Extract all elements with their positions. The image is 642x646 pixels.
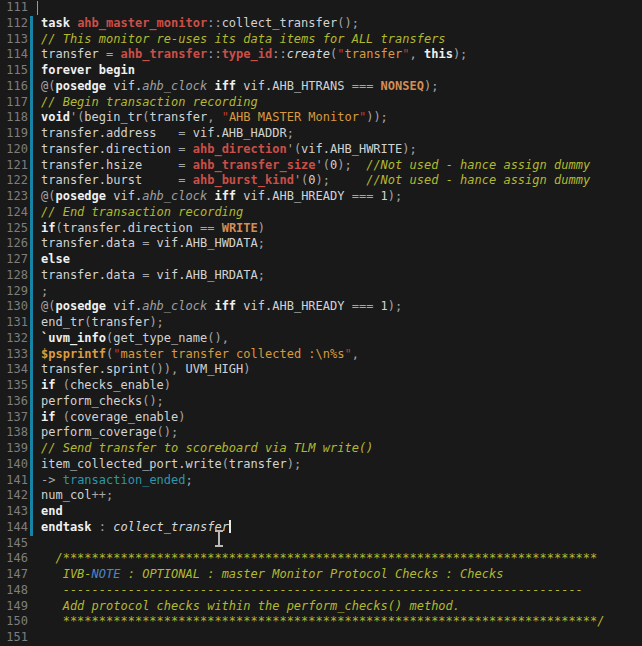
- line-number[interactable]: 150: [0, 614, 28, 630]
- code-line[interactable]: 117// Begin transaction recording: [0, 95, 642, 111]
- code-token: else: [41, 252, 70, 266]
- line-number[interactable]: 138: [0, 425, 28, 441]
- code-line[interactable]: 140item_collected_port.write(transfer);: [0, 457, 642, 473]
- line-number[interactable]: 134: [0, 362, 28, 378]
- line-number[interactable]: 112: [0, 16, 28, 32]
- line-number[interactable]: 151: [0, 630, 28, 646]
- code-token: ::: [207, 16, 221, 30]
- code-line[interactable]: 150 ************************************…: [0, 614, 642, 630]
- line-number[interactable]: 120: [0, 142, 28, 158]
- code-line[interactable]: 138perform_coverage();: [0, 425, 642, 441]
- line-number[interactable]: 133: [0, 347, 28, 363]
- code-line[interactable]: 119transfer.address = vif.AHB_HADDR;: [0, 126, 642, 142]
- code-token: ahb_direction: [193, 142, 287, 156]
- line-number[interactable]: 122: [0, 173, 28, 189]
- code-line[interactable]: 130@(posedge vif.ahb_clock iff vif.AHB_H…: [0, 299, 642, 315]
- line-number[interactable]: 121: [0, 158, 28, 174]
- code-line[interactable]: 112task ahb_master_monitor::collect_tran…: [0, 16, 642, 32]
- code-line[interactable]: 125if(transfer.direction == WRITE): [0, 221, 642, 237]
- code-line[interactable]: 131end_tr(transfer);: [0, 315, 642, 331]
- code-line[interactable]: 118void'(begin_tr(transfer, "AHB MASTER …: [0, 110, 642, 126]
- code-line[interactable]: 132`uvm_info(get_type_name(),: [0, 331, 642, 347]
- code-line[interactable]: 115forever begin: [0, 63, 642, 79]
- code-line[interactable]: 123@(posedge vif.ahb_clock iff vif.AHB_H…: [0, 189, 642, 205]
- code-line[interactable]: 141-> transaction_ended;: [0, 473, 642, 489]
- code-line[interactable]: 114transfer = ahb_transfer::type_id::cre…: [0, 47, 642, 63]
- code-line[interactable]: 126transfer.data = vif.AHB_HWDATA;: [0, 236, 642, 252]
- line-number[interactable]: 140: [0, 457, 28, 473]
- code-line[interactable]: 133$psprintf("master transfer collected …: [0, 347, 642, 363]
- code-line[interactable]: 136perform_checks();: [0, 394, 642, 410]
- code-token: ===: [352, 79, 381, 93]
- line-number[interactable]: 143: [0, 504, 28, 520]
- line-number[interactable]: 117: [0, 95, 28, 111]
- line-number[interactable]: 145: [0, 536, 28, 552]
- line-number[interactable]: 136: [0, 394, 28, 410]
- code-token: transfer.data: [41, 236, 142, 250]
- code-line[interactable]: 148 ------------------------------------…: [0, 583, 642, 599]
- code-line[interactable]: 121transfer.hsize = ahb_transfer_size'(0…: [0, 158, 642, 174]
- line-number[interactable]: 124: [0, 205, 28, 221]
- line-number[interactable]: 146: [0, 551, 28, 567]
- code-token: =: [106, 47, 120, 61]
- code-line[interactable]: 137if (coverage_enable): [0, 410, 642, 426]
- code-token: ): [258, 221, 265, 235]
- code-line[interactable]: 147 IVB-NOTE : OPTIONAL : master Monitor…: [0, 567, 642, 583]
- code-line[interactable]: 127else: [0, 252, 642, 268]
- line-number[interactable]: 147: [0, 567, 28, 583]
- line-number[interactable]: 126: [0, 236, 28, 252]
- line-number[interactable]: 123: [0, 189, 28, 205]
- line-number[interactable]: 135: [0, 378, 28, 394]
- line-number[interactable]: 118: [0, 110, 28, 126]
- line-number[interactable]: 113: [0, 32, 28, 48]
- code-text: // Begin transaction recording: [41, 95, 642, 111]
- line-number[interactable]: 111: [0, 0, 28, 16]
- code-token: perform_checks: [41, 394, 142, 408]
- gutter-modified-indicator: [30, 441, 33, 457]
- line-number[interactable]: 116: [0, 79, 28, 95]
- code-token: ": [344, 347, 351, 361]
- code-line[interactable]: 135if (checks_enable): [0, 378, 642, 394]
- code-line[interactable]: 122transfer.burst = ahb_burst_kind'(0); …: [0, 173, 642, 189]
- code-line[interactable]: 113// This monitor re-uses its data item…: [0, 32, 642, 48]
- line-number[interactable]: 142: [0, 488, 28, 504]
- code-line[interactable]: 144endtask : collect_transfer: [0, 520, 642, 536]
- code-line[interactable]: 128transfer.data = vif.AHB_HRDATA;: [0, 268, 642, 284]
- line-number[interactable]: 137: [0, 410, 28, 426]
- code-line[interactable]: 120transfer.direction = ahb_direction'(v…: [0, 142, 642, 158]
- code-text: transfer.hsize = ahb_transfer_size'(0); …: [41, 158, 642, 174]
- code-line[interactable]: 151: [0, 630, 642, 646]
- code-editor[interactable]: 111112task ahb_master_monitor::collect_t…: [0, 0, 642, 646]
- code-line[interactable]: 146 /***********************************…: [0, 551, 642, 567]
- code-line[interactable]: 129;: [0, 284, 642, 300]
- code-line[interactable]: 111: [0, 0, 642, 16]
- line-number[interactable]: 131: [0, 315, 28, 331]
- code-line[interactable]: 143end: [0, 504, 642, 520]
- code-token: transfer.sprint: [41, 362, 149, 376]
- code-line[interactable]: 149 Add protocol checks within the perfo…: [0, 599, 642, 615]
- code-line[interactable]: 142num_col++;: [0, 488, 642, 504]
- code-token: (: [55, 410, 69, 424]
- code-token: ahb_master_monitor: [77, 16, 207, 30]
- line-number[interactable]: 125: [0, 221, 28, 237]
- code-line[interactable]: 139// Send transfer to scoreboard via TL…: [0, 441, 642, 457]
- line-number[interactable]: 119: [0, 126, 28, 142]
- line-number[interactable]: 128: [0, 268, 28, 284]
- line-number[interactable]: 130: [0, 299, 28, 315]
- gutter-modified-indicator: [30, 488, 33, 504]
- line-number[interactable]: 144: [0, 520, 28, 536]
- line-number[interactable]: 132: [0, 331, 28, 347]
- line-number[interactable]: 148: [0, 583, 28, 599]
- code-line[interactable]: 134transfer.sprint()), UVM_HIGH): [0, 362, 642, 378]
- line-number[interactable]: 141: [0, 473, 28, 489]
- line-number[interactable]: 149: [0, 599, 28, 615]
- line-number[interactable]: 114: [0, 47, 28, 63]
- line-number[interactable]: 129: [0, 284, 28, 300]
- line-number[interactable]: 115: [0, 63, 28, 79]
- line-number[interactable]: 127: [0, 252, 28, 268]
- code-line[interactable]: 145: [0, 536, 642, 552]
- code-line[interactable]: 116@(posedge vif.ahb_clock iff vif.AHB_H…: [0, 79, 642, 95]
- code-line[interactable]: 124// End transaction recording: [0, 205, 642, 221]
- line-number[interactable]: 139: [0, 441, 28, 457]
- code-token: (: [222, 457, 229, 471]
